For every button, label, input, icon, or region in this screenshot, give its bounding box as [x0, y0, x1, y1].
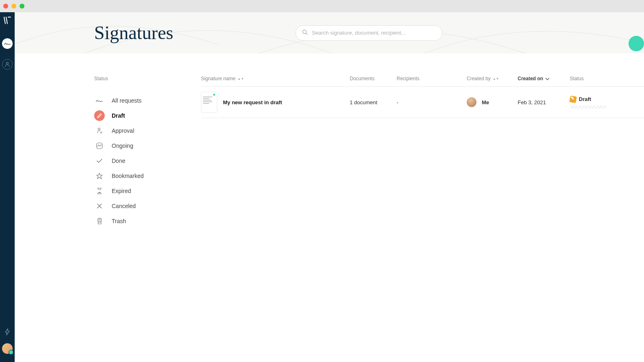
person-approve-icon: [94, 125, 105, 136]
new-request-button[interactable]: [629, 36, 644, 51]
row-created-by: Me: [467, 97, 518, 107]
status-sidebar: Status All requests: [15, 53, 186, 362]
sidebar-item-trash[interactable]: Trash: [94, 213, 186, 228]
sidebar-item-canceled[interactable]: Canceled: [94, 198, 186, 213]
svg-line-2: [306, 33, 308, 35]
pencil-icon: [94, 110, 105, 121]
creator-avatar: [467, 97, 476, 107]
table-row[interactable]: My new request in draft 1 document - Me …: [201, 87, 644, 118]
column-header-recipients[interactable]: Recipients: [397, 76, 467, 81]
close-icon: [94, 201, 105, 211]
column-header-status[interactable]: Status: [570, 76, 611, 81]
signatures-table: Signature name ▲▼ Documents Recipients C…: [186, 53, 644, 362]
chevron-down-icon: [545, 76, 549, 81]
sidebar-item-label: Done: [112, 158, 125, 164]
sidebar-item-label: Expired: [112, 188, 131, 194]
progress-placeholder: [570, 105, 607, 109]
search-input[interactable]: [312, 30, 436, 36]
minimize-window-button[interactable]: [11, 4, 16, 9]
sidebar-item-label: Draft: [112, 112, 125, 119]
svg-point-3: [98, 128, 100, 130]
column-header-documents[interactable]: Documents: [350, 76, 397, 81]
sidebar-item-done[interactable]: Done: [94, 153, 186, 168]
sort-icon: ▲▼: [493, 77, 499, 81]
sidebar-item-label: All requests: [112, 97, 141, 104]
signature-icon: [94, 95, 105, 106]
sidebar-item-label: Ongoing: [112, 143, 133, 149]
sidebar-item-label: Approval: [112, 127, 134, 134]
nav-signatures-icon[interactable]: [2, 38, 13, 49]
document-thumbnail-icon: [201, 92, 217, 113]
sort-icon: ▲▼: [238, 77, 244, 81]
column-header-created-by[interactable]: Created by ▲▼: [467, 76, 518, 81]
page-header: Signatures: [15, 12, 644, 53]
sidebar-item-label: Bookmarked: [112, 173, 144, 179]
hourglass-icon: [94, 186, 105, 196]
app-logo-icon[interactable]: [3, 16, 11, 26]
sidebar-item-label: Canceled: [112, 203, 136, 209]
sidebar-item-ongoing[interactable]: Ongoing: [94, 138, 186, 153]
search-box[interactable]: [296, 25, 442, 41]
search-icon: [302, 29, 308, 37]
nav-contacts-icon[interactable]: [2, 59, 13, 70]
user-avatar[interactable]: [2, 343, 13, 354]
nav-bolt-icon[interactable]: [4, 328, 10, 337]
status-badge: Draft: [570, 96, 611, 103]
sidebar-item-approval[interactable]: Approval: [94, 123, 186, 138]
left-rail: [0, 12, 15, 362]
trash-icon: [94, 216, 105, 226]
window-titlebar: [0, 0, 644, 12]
sidebar-item-expired[interactable]: Expired: [94, 183, 186, 198]
row-documents: 1 document: [350, 99, 397, 105]
row-created-on: Feb 3, 2021: [518, 99, 570, 105]
maximize-window-button[interactable]: [20, 4, 24, 9]
star-icon: [94, 171, 105, 181]
sidebar-item-label: Trash: [112, 218, 126, 224]
column-header-created-on[interactable]: Created on: [518, 76, 570, 81]
progress-icon: [94, 140, 105, 151]
sidebar-title: Status: [94, 76, 186, 81]
page-title: Signatures: [94, 22, 173, 44]
column-header-name[interactable]: Signature name ▲▼: [201, 76, 350, 81]
row-signature-name: My new request in draft: [223, 99, 282, 105]
svg-point-0: [7, 62, 9, 64]
sidebar-item-bookmarked[interactable]: Bookmarked: [94, 168, 186, 183]
draft-status-icon: [569, 95, 577, 103]
close-window-button[interactable]: [3, 4, 8, 9]
sidebar-item-draft[interactable]: Draft: [94, 108, 186, 123]
sidebar-item-all-requests[interactable]: All requests: [94, 93, 186, 108]
row-recipients: -: [397, 99, 467, 105]
check-icon: [94, 156, 105, 166]
